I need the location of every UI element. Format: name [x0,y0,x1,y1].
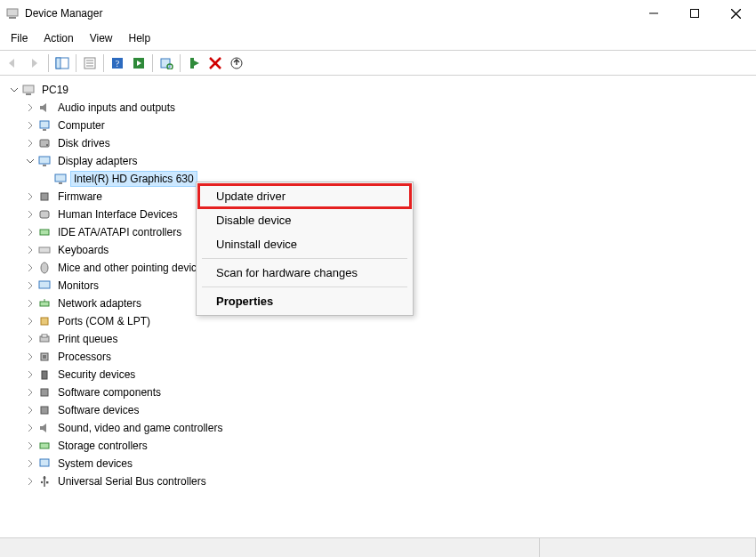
chevron-right-icon[interactable] [23,439,37,453]
forward-button[interactable] [25,53,44,73]
tree-item-label: Audio inputs and outputs [55,101,178,115]
network-icon [37,296,52,311]
printer-icon [37,332,52,346]
chevron-right-icon[interactable] [23,296,37,311]
ctx-properties[interactable]: Properties [198,289,411,313]
audio-icon [37,101,52,115]
chip-icon [37,190,52,204]
ctx-update-driver[interactable]: Update driver [198,184,411,208]
chevron-right-icon[interactable] [23,261,37,275]
help-button[interactable]: ? [108,53,127,73]
svg-rect-27 [39,157,50,164]
enable-button[interactable] [184,53,204,73]
tree-item-computer[interactable]: Computer [4,117,752,134]
maximize-button[interactable] [674,0,715,27]
tree-item-label: Display adapters [55,154,140,168]
computer-icon [21,83,36,97]
tree-item-security[interactable]: Security devices [4,366,752,383]
tree-item-softcomp[interactable]: Software components [4,383,752,401]
statusbar-pane [540,538,756,557]
tree-root[interactable]: PC19 [4,81,752,99]
minimize-button[interactable] [633,0,674,27]
menu-file[interactable]: File [4,28,35,48]
chevron-right-icon[interactable] [23,474,37,488]
svg-rect-48 [40,459,49,466]
chevron-right-icon[interactable] [23,332,37,346]
menu-view[interactable]: View [83,28,120,48]
close-button[interactable] [715,0,756,27]
svg-rect-39 [41,318,48,325]
svg-rect-17 [190,58,194,69]
chevron-right-icon[interactable] [23,421,37,435]
svg-rect-1 [9,17,16,19]
app-icon [5,6,20,20]
software-icon [37,403,52,417]
chevron-right-icon[interactable] [23,367,37,382]
tree-item-system[interactable]: System devices [4,455,752,472]
tree-item-usb[interactable]: Universal Serial Bus controllers [4,472,752,490]
ctx-scan-changes[interactable]: Scan for hardware changes [198,261,411,285]
svg-rect-29 [55,174,66,182]
menu-help[interactable]: Help [122,28,158,48]
menu-action[interactable]: Action [36,28,80,48]
system-icon [37,456,52,471]
security-icon [37,367,52,382]
chevron-right-icon[interactable] [23,225,37,239]
svg-rect-37 [40,302,49,306]
ports-icon [37,314,52,328]
tree-item-label: Universal Serial Bus controllers [55,474,209,488]
action-button[interactable] [129,53,149,73]
chevron-right-icon[interactable] [23,278,37,293]
chevron-right-icon[interactable] [23,385,37,400]
tree-item-printqueues[interactable]: Print queues [4,330,752,348]
tree-item-label: Ports (COM & LPT) [55,314,153,328]
chevron-right-icon[interactable] [23,243,37,257]
tree-item-disk[interactable]: Disk drives [4,134,752,152]
svg-rect-0 [7,9,18,16]
chevron-right-icon[interactable] [23,118,37,133]
uninstall-button[interactable] [205,53,225,73]
toolbar-separator [152,54,153,72]
svg-rect-7 [56,58,60,69]
show-hide-tree-button[interactable] [52,53,72,73]
chevron-down-icon[interactable] [23,154,37,168]
chevron-right-icon[interactable] [23,403,37,417]
tree-item-label: Security devices [55,367,138,382]
svg-text:?: ? [116,59,120,69]
svg-rect-22 [26,93,31,95]
tree-item-softdev[interactable]: Software devices [4,401,752,419]
no-expander [39,172,53,186]
chevron-right-icon[interactable] [23,456,37,471]
svg-point-26 [46,144,48,146]
ctx-uninstall-device[interactable]: Uninstall device [198,232,411,256]
update-driver-button[interactable] [227,53,246,73]
properties-button[interactable] [80,53,100,73]
chevron-down-icon[interactable] [7,83,21,97]
svg-point-50 [44,477,46,480]
tree-item-storage[interactable]: Storage controllers [4,437,752,455]
statusbar [0,537,756,557]
svg-rect-15 [161,59,170,68]
scan-button[interactable] [157,53,176,73]
chevron-right-icon[interactable] [23,314,37,328]
svg-point-51 [41,481,43,483]
tree-item-sound[interactable]: Sound, video and game controllers [4,419,752,437]
tree-item-display-adapters[interactable]: Display adapters [4,152,752,170]
software-icon [37,385,52,400]
chevron-right-icon[interactable] [23,207,37,222]
chevron-right-icon[interactable] [23,350,37,364]
tree-item-processors[interactable]: Processors [4,348,752,366]
tree-root-label: PC19 [39,83,71,97]
back-button[interactable] [4,53,23,73]
ctx-disable-device[interactable]: Disable device [198,208,411,232]
chevron-right-icon[interactable] [23,190,37,204]
tree-item-label: Human Interface Devices [55,207,181,222]
tree-item-audio[interactable]: Audio inputs and outputs [4,99,752,117]
chevron-right-icon[interactable] [23,101,37,115]
chevron-right-icon[interactable] [23,136,37,150]
titlebar: Device Manager [0,0,756,27]
window-title: Device Manager [25,7,633,20]
tree-item-label: Monitors [55,278,101,293]
tree-item-label: Sound, video and game controllers [55,421,225,435]
svg-rect-23 [40,121,49,128]
